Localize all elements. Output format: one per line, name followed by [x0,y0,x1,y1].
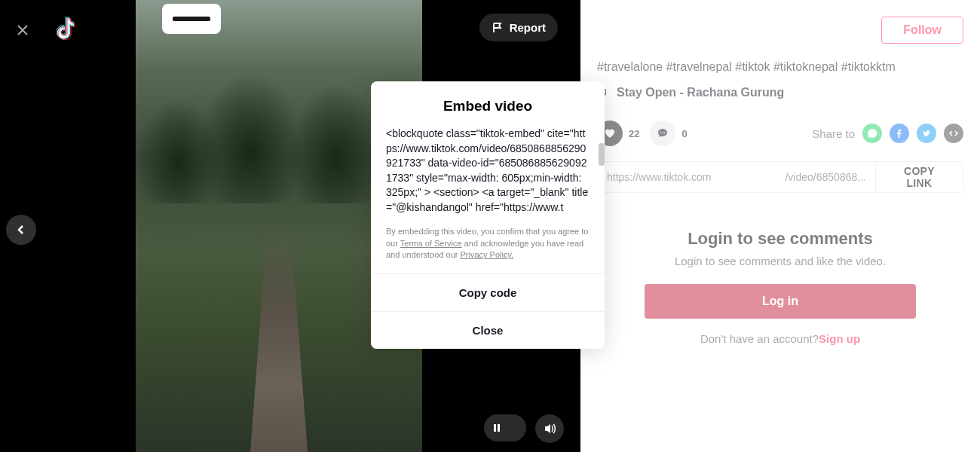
redacted-box [162,4,221,34]
signup-link[interactable]: Sign up [819,332,860,345]
report-button[interactable]: Report [479,14,558,41]
copy-code-button[interactable]: Copy code [371,273,605,311]
login-subtitle: Login to see comments and like the video… [597,255,963,267]
volume-button[interactable] [535,414,564,443]
comment-stat[interactable]: 0 [650,121,687,146]
svg-point-2 [660,132,662,133]
music-info[interactable]: Stay Open - Rachana Gurung [597,86,963,99]
report-label: Report [510,21,546,34]
close-modal-button[interactable]: Close [371,311,605,349]
share-embed-icon[interactable] [944,124,963,143]
close-button[interactable] [8,15,38,45]
tiktok-logo[interactable] [57,17,78,41]
user-info-redacted [597,14,758,47]
chevron-left-icon [15,224,27,236]
video-url-display[interactable]: https://www.tiktok.com/video/6850868... [598,162,875,192]
pause-icon [492,423,502,433]
share-twitter-icon[interactable] [917,124,936,143]
comment-count: 0 [681,128,687,139]
embed-code-text[interactable]: <blockquote class="tiktok-embed" cite="h… [371,127,605,226]
video-controls [484,414,564,443]
play-pause-toggle[interactable] [484,414,526,441]
share-facebook-icon[interactable] [890,124,909,143]
embed-disclaimer: By embedding this video, you confirm tha… [371,226,605,274]
svg-rect-0 [494,424,496,432]
follow-button[interactable]: Follow [881,17,963,44]
comment-icon [650,121,675,146]
svg-point-3 [663,132,664,133]
svg-point-4 [664,132,666,133]
like-count: 22 [629,128,639,139]
modal-scrollbar[interactable] [599,143,605,166]
flag-icon [492,22,504,34]
close-icon [14,21,32,39]
svg-rect-1 [498,424,500,432]
tos-link[interactable]: Terms of Service [400,239,462,248]
previous-video-button[interactable] [6,215,36,245]
share-label: Share to [812,127,855,140]
share-whatsapp-icon[interactable] [862,124,882,143]
login-title: Login to see comments [597,229,963,249]
privacy-link[interactable]: Privacy Policy. [460,250,513,259]
music-title: Stay Open - Rachana Gurung [617,86,784,99]
info-panel: Follow #travelalone #travelnepal #tiktok… [580,0,980,452]
copy-link-button[interactable]: COPY LINK [875,162,963,192]
login-button[interactable]: Log in [645,284,916,319]
signup-prompt: Don't have an account?Sign up [597,332,963,345]
speaker-icon [543,422,556,435]
modal-title: Embed video [371,81,605,127]
post-hashtags[interactable]: #travelalone #travelnepal #tiktok #tikto… [597,60,963,74]
embed-modal: Embed video <blockquote class="tiktok-em… [371,81,605,349]
